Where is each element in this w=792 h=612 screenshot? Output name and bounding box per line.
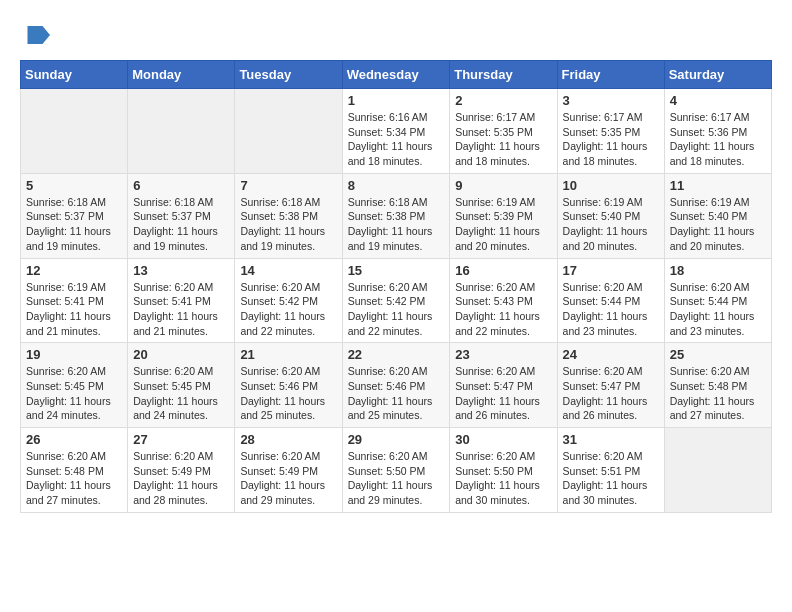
day-number: 27 [133, 432, 229, 447]
day-of-week-header: Wednesday [342, 61, 450, 89]
calendar-cell: 1Sunrise: 6:16 AM Sunset: 5:34 PM Daylig… [342, 89, 450, 174]
day-of-week-header: Sunday [21, 61, 128, 89]
day-info: Sunrise: 6:20 AM Sunset: 5:45 PM Dayligh… [26, 364, 122, 423]
day-of-week-header: Saturday [664, 61, 771, 89]
calendar-cell: 2Sunrise: 6:17 AM Sunset: 5:35 PM Daylig… [450, 89, 557, 174]
day-number: 13 [133, 263, 229, 278]
day-number: 15 [348, 263, 445, 278]
day-info: Sunrise: 6:17 AM Sunset: 5:36 PM Dayligh… [670, 110, 766, 169]
calendar-cell: 16Sunrise: 6:20 AM Sunset: 5:43 PM Dayli… [450, 258, 557, 343]
day-number: 29 [348, 432, 445, 447]
day-info: Sunrise: 6:20 AM Sunset: 5:44 PM Dayligh… [670, 280, 766, 339]
day-info: Sunrise: 6:20 AM Sunset: 5:47 PM Dayligh… [455, 364, 551, 423]
calendar-cell: 13Sunrise: 6:20 AM Sunset: 5:41 PM Dayli… [128, 258, 235, 343]
day-number: 26 [26, 432, 122, 447]
calendar-cell: 15Sunrise: 6:20 AM Sunset: 5:42 PM Dayli… [342, 258, 450, 343]
calendar-cell: 25Sunrise: 6:20 AM Sunset: 5:48 PM Dayli… [664, 343, 771, 428]
calendar-cell: 24Sunrise: 6:20 AM Sunset: 5:47 PM Dayli… [557, 343, 664, 428]
calendar-cell: 29Sunrise: 6:20 AM Sunset: 5:50 PM Dayli… [342, 428, 450, 513]
calendar-cell: 9Sunrise: 6:19 AM Sunset: 5:39 PM Daylig… [450, 173, 557, 258]
calendar-cell [235, 89, 342, 174]
day-info: Sunrise: 6:20 AM Sunset: 5:47 PM Dayligh… [563, 364, 659, 423]
day-number: 8 [348, 178, 445, 193]
calendar-header-row: SundayMondayTuesdayWednesdayThursdayFrid… [21, 61, 772, 89]
calendar-cell: 23Sunrise: 6:20 AM Sunset: 5:47 PM Dayli… [450, 343, 557, 428]
day-info: Sunrise: 6:16 AM Sunset: 5:34 PM Dayligh… [348, 110, 445, 169]
day-info: Sunrise: 6:20 AM Sunset: 5:41 PM Dayligh… [133, 280, 229, 339]
day-number: 10 [563, 178, 659, 193]
day-info: Sunrise: 6:18 AM Sunset: 5:38 PM Dayligh… [240, 195, 336, 254]
day-number: 22 [348, 347, 445, 362]
calendar-cell: 4Sunrise: 6:17 AM Sunset: 5:36 PM Daylig… [664, 89, 771, 174]
day-info: Sunrise: 6:19 AM Sunset: 5:41 PM Dayligh… [26, 280, 122, 339]
day-info: Sunrise: 6:20 AM Sunset: 5:50 PM Dayligh… [455, 449, 551, 508]
calendar-week-row: 12Sunrise: 6:19 AM Sunset: 5:41 PM Dayli… [21, 258, 772, 343]
day-number: 7 [240, 178, 336, 193]
day-info: Sunrise: 6:18 AM Sunset: 5:37 PM Dayligh… [133, 195, 229, 254]
calendar-cell [21, 89, 128, 174]
day-number: 19 [26, 347, 122, 362]
calendar-cell: 6Sunrise: 6:18 AM Sunset: 5:37 PM Daylig… [128, 173, 235, 258]
day-number: 11 [670, 178, 766, 193]
day-number: 16 [455, 263, 551, 278]
day-number: 5 [26, 178, 122, 193]
day-number: 23 [455, 347, 551, 362]
day-info: Sunrise: 6:20 AM Sunset: 5:51 PM Dayligh… [563, 449, 659, 508]
day-info: Sunrise: 6:20 AM Sunset: 5:42 PM Dayligh… [240, 280, 336, 339]
calendar-cell: 22Sunrise: 6:20 AM Sunset: 5:46 PM Dayli… [342, 343, 450, 428]
calendar-cell: 19Sunrise: 6:20 AM Sunset: 5:45 PM Dayli… [21, 343, 128, 428]
day-of-week-header: Tuesday [235, 61, 342, 89]
calendar-cell: 28Sunrise: 6:20 AM Sunset: 5:49 PM Dayli… [235, 428, 342, 513]
calendar-cell: 3Sunrise: 6:17 AM Sunset: 5:35 PM Daylig… [557, 89, 664, 174]
day-of-week-header: Friday [557, 61, 664, 89]
calendar-cell: 17Sunrise: 6:20 AM Sunset: 5:44 PM Dayli… [557, 258, 664, 343]
svg-marker-0 [28, 26, 51, 44]
day-info: Sunrise: 6:20 AM Sunset: 5:50 PM Dayligh… [348, 449, 445, 508]
day-info: Sunrise: 6:19 AM Sunset: 5:39 PM Dayligh… [455, 195, 551, 254]
day-number: 21 [240, 347, 336, 362]
calendar-cell: 7Sunrise: 6:18 AM Sunset: 5:38 PM Daylig… [235, 173, 342, 258]
day-number: 28 [240, 432, 336, 447]
header [20, 20, 772, 50]
calendar-week-row: 19Sunrise: 6:20 AM Sunset: 5:45 PM Dayli… [21, 343, 772, 428]
calendar-cell: 5Sunrise: 6:18 AM Sunset: 5:37 PM Daylig… [21, 173, 128, 258]
calendar-cell: 18Sunrise: 6:20 AM Sunset: 5:44 PM Dayli… [664, 258, 771, 343]
day-info: Sunrise: 6:17 AM Sunset: 5:35 PM Dayligh… [563, 110, 659, 169]
day-info: Sunrise: 6:20 AM Sunset: 5:46 PM Dayligh… [240, 364, 336, 423]
day-info: Sunrise: 6:20 AM Sunset: 5:49 PM Dayligh… [133, 449, 229, 508]
calendar-cell: 31Sunrise: 6:20 AM Sunset: 5:51 PM Dayli… [557, 428, 664, 513]
calendar-cell: 8Sunrise: 6:18 AM Sunset: 5:38 PM Daylig… [342, 173, 450, 258]
day-number: 12 [26, 263, 122, 278]
day-info: Sunrise: 6:20 AM Sunset: 5:48 PM Dayligh… [670, 364, 766, 423]
calendar-cell: 10Sunrise: 6:19 AM Sunset: 5:40 PM Dayli… [557, 173, 664, 258]
calendar-cell: 21Sunrise: 6:20 AM Sunset: 5:46 PM Dayli… [235, 343, 342, 428]
day-info: Sunrise: 6:20 AM Sunset: 5:48 PM Dayligh… [26, 449, 122, 508]
calendar-cell: 30Sunrise: 6:20 AM Sunset: 5:50 PM Dayli… [450, 428, 557, 513]
calendar-week-row: 1Sunrise: 6:16 AM Sunset: 5:34 PM Daylig… [21, 89, 772, 174]
calendar-cell: 26Sunrise: 6:20 AM Sunset: 5:48 PM Dayli… [21, 428, 128, 513]
day-info: Sunrise: 6:18 AM Sunset: 5:38 PM Dayligh… [348, 195, 445, 254]
calendar-week-row: 5Sunrise: 6:18 AM Sunset: 5:37 PM Daylig… [21, 173, 772, 258]
day-number: 6 [133, 178, 229, 193]
day-info: Sunrise: 6:18 AM Sunset: 5:37 PM Dayligh… [26, 195, 122, 254]
day-number: 20 [133, 347, 229, 362]
day-of-week-header: Thursday [450, 61, 557, 89]
day-info: Sunrise: 6:20 AM Sunset: 5:43 PM Dayligh… [455, 280, 551, 339]
calendar-cell [128, 89, 235, 174]
day-info: Sunrise: 6:20 AM Sunset: 5:44 PM Dayligh… [563, 280, 659, 339]
day-number: 9 [455, 178, 551, 193]
day-number: 3 [563, 93, 659, 108]
calendar-cell: 27Sunrise: 6:20 AM Sunset: 5:49 PM Dayli… [128, 428, 235, 513]
calendar-cell [664, 428, 771, 513]
day-info: Sunrise: 6:19 AM Sunset: 5:40 PM Dayligh… [563, 195, 659, 254]
day-info: Sunrise: 6:20 AM Sunset: 5:42 PM Dayligh… [348, 280, 445, 339]
day-info: Sunrise: 6:20 AM Sunset: 5:46 PM Dayligh… [348, 364, 445, 423]
day-info: Sunrise: 6:20 AM Sunset: 5:49 PM Dayligh… [240, 449, 336, 508]
calendar: SundayMondayTuesdayWednesdayThursdayFrid… [20, 60, 772, 513]
day-info: Sunrise: 6:17 AM Sunset: 5:35 PM Dayligh… [455, 110, 551, 169]
day-number: 18 [670, 263, 766, 278]
day-info: Sunrise: 6:19 AM Sunset: 5:40 PM Dayligh… [670, 195, 766, 254]
logo-icon [20, 20, 50, 50]
day-number: 14 [240, 263, 336, 278]
calendar-cell: 11Sunrise: 6:19 AM Sunset: 5:40 PM Dayli… [664, 173, 771, 258]
